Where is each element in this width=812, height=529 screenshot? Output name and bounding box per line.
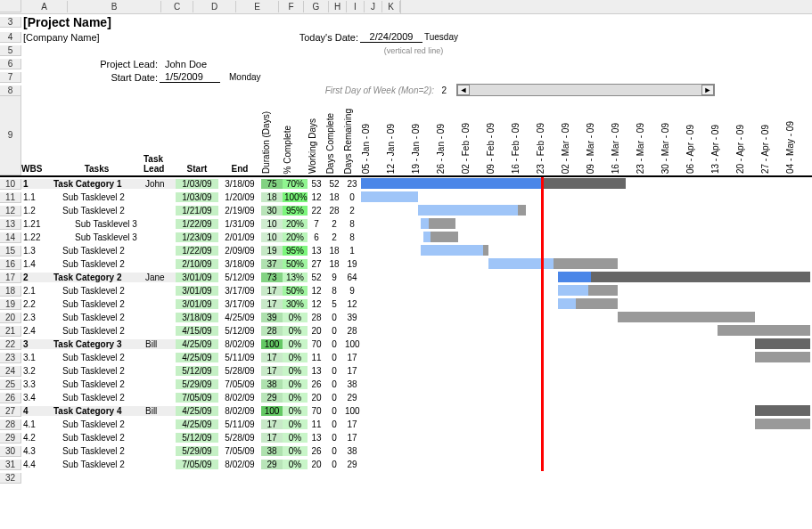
- cell-pct[interactable]: 50%: [283, 259, 308, 269]
- cell-wbs[interactable]: 3.4: [21, 393, 50, 403]
- cell-end[interactable]: 2/09/09: [218, 246, 261, 256]
- cell-duration[interactable]: 38: [261, 446, 283, 456]
- cell-wd[interactable]: 11: [308, 353, 325, 362]
- cell-dr[interactable]: 100: [343, 339, 361, 349]
- cell-wbs[interactable]: 2.3: [21, 313, 50, 322]
- cell-end[interactable]: 8/02/09: [218, 393, 261, 403]
- cell-wbs[interactable]: 2.1: [21, 286, 50, 296]
- col-wbs[interactable]: WBS: [21, 164, 50, 175]
- cell-dc[interactable]: 18: [325, 246, 343, 256]
- cell-task[interactable]: Sub Tasklevel 2: [50, 460, 144, 469]
- cell-dr[interactable]: 12: [343, 299, 361, 309]
- scroll-left-icon[interactable]: ◄: [457, 85, 470, 95]
- cell-start[interactable]: 3/01/09: [176, 286, 218, 296]
- cell-start[interactable]: 3/18/09: [176, 313, 218, 322]
- cell-pct[interactable]: 100%: [283, 192, 308, 202]
- cell-pct[interactable]: 13%: [283, 273, 308, 282]
- cell-pct[interactable]: 0%: [283, 460, 308, 469]
- cell-end[interactable]: 3/18/09: [218, 179, 261, 189]
- cell-dc[interactable]: 0: [325, 353, 343, 362]
- cell-wbs[interactable]: 1.3: [21, 246, 50, 256]
- cell-task[interactable]: Task Category 2: [50, 273, 144, 282]
- column-letter[interactable]: G: [304, 1, 329, 12]
- col-dr[interactable]: Days Remaining: [343, 107, 361, 175]
- project-lead[interactable]: John Doe: [160, 59, 231, 69]
- cell-dc[interactable]: 0: [325, 339, 343, 349]
- cell-wd[interactable]: 26: [308, 379, 325, 389]
- cell-duration[interactable]: 38: [261, 379, 283, 389]
- cell-task[interactable]: Sub Tasklevel 2: [50, 192, 144, 202]
- cell-start[interactable]: 3/01/09: [176, 299, 218, 309]
- cell-dc[interactable]: 0: [325, 460, 343, 469]
- cell-dc[interactable]: 0: [325, 379, 343, 389]
- cell-wd[interactable]: 20: [308, 393, 325, 403]
- cell-dr[interactable]: 23: [343, 179, 361, 189]
- cell-wd[interactable]: 11: [308, 419, 325, 429]
- cell-dc[interactable]: 0: [325, 393, 343, 403]
- cell-start[interactable]: 5/29/09: [176, 446, 218, 456]
- cell-start[interactable]: 3/01/09: [176, 273, 218, 282]
- cell-wd[interactable]: 22: [308, 206, 325, 216]
- cell-wd[interactable]: 27: [308, 259, 325, 269]
- cell-wbs[interactable]: 4.1: [21, 419, 50, 429]
- cell-dc[interactable]: 0: [325, 326, 343, 336]
- cell-task[interactable]: Sub Tasklevel 2: [50, 246, 144, 256]
- cell-pct[interactable]: 0%: [283, 313, 308, 322]
- cell-start[interactable]: 2/10/09: [176, 259, 218, 269]
- cell-start[interactable]: 1/22/09: [176, 219, 218, 229]
- cell-wbs[interactable]: 1.21: [21, 219, 50, 229]
- cell-duration[interactable]: 75: [261, 179, 283, 189]
- cell-end[interactable]: 1/31/09: [218, 219, 261, 229]
- cell-duration[interactable]: 100: [261, 339, 283, 349]
- cell-wbs[interactable]: 4.2: [21, 433, 50, 443]
- cell-pct[interactable]: 0%: [283, 393, 308, 403]
- cell-dc[interactable]: 2: [325, 219, 343, 229]
- cell-duration[interactable]: 29: [261, 393, 283, 403]
- cell-wbs[interactable]: 3.1: [21, 353, 50, 362]
- cell-dr[interactable]: 39: [343, 313, 361, 322]
- cell-task[interactable]: Task Category 1: [50, 179, 144, 189]
- cell-pct[interactable]: 0%: [283, 433, 308, 443]
- cell-dc[interactable]: 8: [325, 286, 343, 296]
- col-wd[interactable]: Working Days: [308, 117, 325, 175]
- cell-end[interactable]: 8/02/09: [218, 406, 261, 416]
- cell-dc[interactable]: 18: [325, 192, 343, 202]
- cell-pct[interactable]: 20%: [283, 219, 308, 229]
- cell-end[interactable]: 3/18/09: [218, 259, 261, 269]
- cell-duration[interactable]: 17: [261, 433, 283, 443]
- column-letter[interactable]: K: [382, 1, 400, 12]
- cell-end[interactable]: 7/05/09: [218, 446, 261, 456]
- cell-dr[interactable]: 9: [343, 286, 361, 296]
- cell-dc[interactable]: 0: [325, 366, 343, 376]
- cell-dc[interactable]: 18: [325, 259, 343, 269]
- cell-task[interactable]: Task Category 4: [50, 406, 144, 416]
- cell-task[interactable]: Sub Tasklevel 2: [50, 259, 144, 269]
- cell-dr[interactable]: 38: [343, 446, 361, 456]
- cell-wbs[interactable]: 4.4: [21, 460, 50, 469]
- company-name[interactable]: [Company Name]: [21, 32, 280, 43]
- cell-wbs[interactable]: 2.4: [21, 326, 50, 336]
- cell-duration[interactable]: 37: [261, 259, 283, 269]
- cell-start[interactable]: 1/23/09: [176, 232, 218, 242]
- cell-wd[interactable]: 28: [308, 313, 325, 322]
- cell-wbs[interactable]: 3: [21, 339, 50, 349]
- column-letter[interactable]: A: [21, 1, 68, 12]
- cell-task[interactable]: Sub Tasklevel 2: [50, 379, 144, 389]
- cell-end[interactable]: 2/01/09: [218, 232, 261, 242]
- cell-duration[interactable]: 28: [261, 326, 283, 336]
- cell-duration[interactable]: 30: [261, 206, 283, 216]
- cell-wd[interactable]: 7: [308, 219, 325, 229]
- column-letter[interactable]: D: [193, 1, 236, 12]
- col-dc[interactable]: Days Complete: [325, 111, 343, 175]
- cell-dr[interactable]: 17: [343, 419, 361, 429]
- cell-duration[interactable]: 17: [261, 299, 283, 309]
- cell-end[interactable]: 5/11/09: [218, 353, 261, 362]
- cell-start[interactable]: 1/03/09: [176, 192, 218, 202]
- cell-dc[interactable]: 2: [325, 232, 343, 242]
- scroll-track[interactable]: [470, 85, 701, 95]
- cell-task[interactable]: Sub Tasklevel 2: [50, 446, 144, 456]
- cell-wbs[interactable]: 2: [21, 273, 50, 282]
- cell-dr[interactable]: 8: [343, 219, 361, 229]
- column-letter[interactable]: E: [236, 1, 279, 12]
- cell-wbs[interactable]: 1.22: [21, 232, 50, 242]
